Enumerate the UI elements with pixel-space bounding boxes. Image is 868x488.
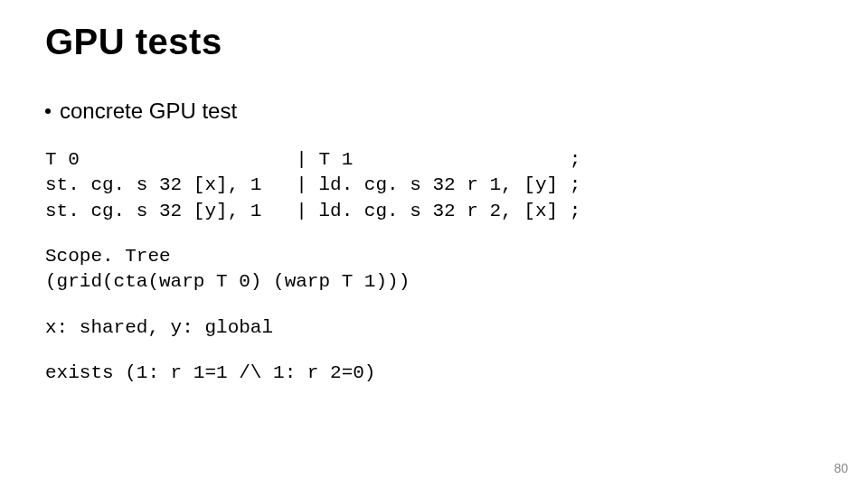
page-number: 80 — [834, 461, 848, 475]
code-block-exists: exists (1: r 1=1 /\ 1: r 2=0) — [45, 361, 823, 386]
code-block-threads: T 0 | T 1 ; st. cg. s 32 [x], 1 | ld. cg… — [45, 147, 823, 224]
code-block-scope-tree: Scope. Tree (grid(cta(warp T 0) (warp T … — [45, 244, 823, 296]
bullet-dot-icon — [45, 108, 51, 114]
code-block-memory-spaces: x: shared, y: global — [45, 315, 823, 341]
slide: GPU tests concrete GPU test T 0 | T 1 ; … — [0, 0, 868, 488]
bullet-item: concrete GPU test — [45, 99, 823, 124]
slide-title: GPU tests — [45, 22, 823, 62]
bullet-text: concrete GPU test — [60, 99, 237, 124]
